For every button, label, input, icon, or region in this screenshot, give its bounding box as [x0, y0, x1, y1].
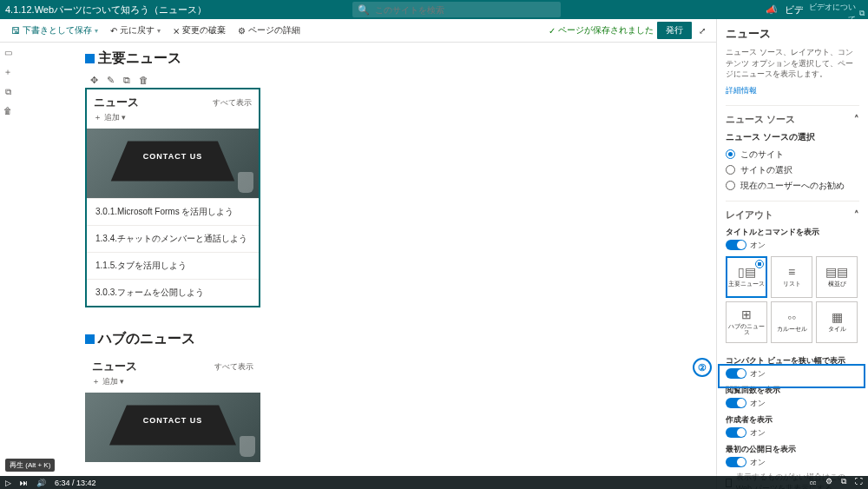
square-bullet-icon — [85, 334, 95, 344]
layout-tiles[interactable]: ▦タイル — [816, 301, 858, 343]
publish-button[interactable]: 発行 — [657, 22, 692, 39]
layout-top-story[interactable]: ▯▤主要ニュース — [726, 256, 767, 298]
delete-icon[interactable]: 🗑 — [3, 106, 12, 116]
add-news-link[interactable]: ＋ 追加 ▾ — [85, 376, 260, 393]
news-item[interactable]: 1.3.4.チャットのメンバーと通話しよう — [87, 225, 259, 252]
popout-icon: ⧉ — [859, 8, 865, 20]
skip-icon[interactable]: ⏭ — [20, 479, 28, 487]
news-title: ニュース — [92, 359, 137, 374]
switch-on-icon — [726, 368, 746, 379]
authoring-toolstrip: ▭ ＋ ⧉ 🗑 — [0, 43, 16, 116]
news-hero-image[interactable] — [87, 129, 259, 198]
gear-icon[interactable]: ⚙ — [825, 477, 832, 488]
layout-icon: ◦◦ — [787, 311, 796, 323]
radio-select-sites[interactable]: サイトの選択 — [726, 164, 859, 176]
saved-status: ✓ページが保存されました — [549, 24, 654, 36]
check-icon: ✓ — [549, 26, 556, 36]
group-news-source[interactable]: ニュース ソース˄ — [726, 113, 859, 126]
radio-off-icon — [726, 181, 735, 190]
news-item[interactable]: 3.0.3.フォームを公開しよう — [87, 279, 259, 306]
switch-on-icon — [726, 240, 746, 250]
show-all-link[interactable]: すべて表示 — [214, 361, 253, 373]
learn-more-link[interactable]: 詳細情報 — [726, 85, 859, 96]
webpart-toolbar: ✥ ✎ ⧉ 🗑 — [85, 73, 716, 88]
toggle-title-commands[interactable]: オン — [726, 240, 859, 251]
section-heading-1: 主要ニュース — [85, 50, 716, 68]
expand-icon[interactable]: ⤢ — [695, 24, 709, 37]
radio-this-site[interactable]: このサイト — [726, 149, 859, 161]
pane-title: ニュース — [726, 26, 859, 42]
annotation-badge-2: ② — [693, 358, 712, 377]
toggle-views-label: 閲覧回数を表示 — [726, 385, 859, 396]
time-display: 6:34 / 13:42 — [55, 479, 96, 487]
layout-icon: ≡ — [788, 266, 795, 278]
fullscreen-icon[interactable]: ⛶ — [855, 477, 863, 488]
undo-button[interactable]: ↶元に戻す▾ — [106, 23, 165, 38]
suite-header: 4.1.12.Webパーツについて知ろう（ニュース） 🔍 📣 ビデオの設定 — [0, 0, 868, 19]
chevron-down-icon: ▾ — [122, 113, 126, 122]
section-icon[interactable]: ▭ — [4, 48, 12, 57]
play-icon[interactable]: ▷ — [5, 479, 11, 487]
show-all-link[interactable]: すべて表示 — [213, 97, 252, 109]
news-hero-image[interactable] — [85, 393, 260, 462]
command-bar: 🖫下書きとして保存▾ ↶元に戻す▾ ⨯変更の破棄 ⚙ページの詳細 ✓ページが保存… — [0, 19, 716, 43]
chevron-up-icon: ˄ — [854, 209, 859, 221]
layout-icon: ▦ — [832, 311, 843, 323]
site-search[interactable]: 🔍 — [352, 2, 561, 17]
radio-recommended[interactable]: 現在のユーザーへのお勧め — [726, 180, 859, 192]
section-heading-2: ハブのニュース — [85, 330, 716, 348]
copy-icon[interactable]: ⧉ — [5, 87, 11, 97]
play-hint: 再生 (Alt + K) — [5, 459, 55, 472]
cc-icon[interactable]: ㏄ — [809, 477, 817, 488]
layout-icon: ▤▤ — [825, 266, 848, 278]
toggle-show-author[interactable]: オン — [726, 427, 859, 439]
layout-sidebyside[interactable]: ▤▤横並び — [816, 256, 858, 298]
pane-description: ニュース ソース、レイアウト、コンテンツ オプションを選択して、ページにニュース… — [726, 47, 859, 80]
layout-hub[interactable]: ⊞ハブのニュース — [726, 301, 767, 343]
chevron-up-icon: ˄ — [854, 114, 859, 125]
page-canvas: 主要ニュース ✥ ✎ ⧉ 🗑 ニュース すべて表示 ＋ 追加 ▾ 3.0.1.M… — [16, 43, 716, 489]
news-item[interactable]: 3.0.1.Microsoft Forms を活用しよう — [87, 198, 259, 225]
square-bullet-icon — [85, 54, 95, 63]
source-subhead: ニュース ソースの選択 — [726, 131, 859, 143]
discard-icon: ⨯ — [173, 26, 180, 36]
toggle-pubdate-label: 最初の公開日を表示 — [726, 444, 859, 455]
edit-icon[interactable]: ✎ — [107, 75, 115, 86]
layout-icon: ⊞ — [741, 308, 752, 320]
details-icon: ⚙ — [238, 26, 246, 36]
toggle-compact-view[interactable]: オン — [726, 368, 859, 380]
delete-icon[interactable]: 🗑 — [139, 75, 148, 86]
layout-carousel[interactable]: ◦◦カルーセル — [771, 301, 812, 343]
discard-button[interactable]: ⨯変更の破棄 — [168, 23, 230, 38]
layout-list[interactable]: ≡リスト — [771, 256, 812, 298]
megaphone-icon[interactable]: 📣 — [766, 4, 778, 16]
radio-off-icon — [726, 165, 735, 175]
toggle-author-label: 作成者を表示 — [726, 414, 859, 426]
property-pane: ニュース ニュース ソース、レイアウト、コンテンツ オプションを選択して、ページ… — [716, 19, 868, 489]
add-icon[interactable]: ＋ — [3, 66, 12, 78]
news-item[interactable]: 1.1.5.タブを活用しよう — [87, 252, 259, 279]
news-webpart[interactable]: ニュース すべて表示 ＋ 追加 ▾ — [85, 354, 260, 462]
search-input[interactable] — [375, 5, 556, 15]
group-layout[interactable]: レイアウト˄ — [726, 208, 859, 221]
toggle-compact-label: コンパクト ビューを狭い幅で表示 — [726, 355, 859, 367]
chevron-down-icon: ▾ — [120, 377, 124, 386]
volume-icon[interactable]: 🔊 — [36, 479, 46, 487]
add-news-link[interactable]: ＋ 追加 ▾ — [87, 112, 259, 129]
switch-on-icon — [726, 427, 746, 438]
toggle-show-views[interactable]: オン — [726, 398, 859, 409]
toggle-title-label: タイトルとコマンドを表示 — [726, 227, 859, 238]
save-icon: 🖫 — [11, 26, 20, 36]
chevron-down-icon: ▾ — [157, 27, 161, 35]
video-player-controls: 再生 (Alt + K) ▷ ⏭ 🔊 6:34 / 13:42 ㏄ ⚙ ⧉ ⛶ — [0, 463, 868, 489]
radio-on-icon — [726, 149, 735, 159]
duplicate-icon[interactable]: ⧉ — [123, 75, 130, 86]
save-draft-button[interactable]: 🖫下書きとして保存▾ — [7, 23, 102, 38]
chevron-down-icon: ▾ — [95, 27, 98, 35]
page-details-button[interactable]: ⚙ページの詳細 — [233, 23, 305, 38]
pip-icon[interactable]: ⧉ — [841, 477, 846, 488]
move-icon[interactable]: ✥ — [90, 75, 98, 86]
news-webpart-selected[interactable]: ニュース すべて表示 ＋ 追加 ▾ 3.0.1.Microsoft Forms … — [85, 88, 260, 307]
undo-icon: ↶ — [110, 26, 117, 36]
layout-icon: ▯▤ — [738, 266, 756, 278]
